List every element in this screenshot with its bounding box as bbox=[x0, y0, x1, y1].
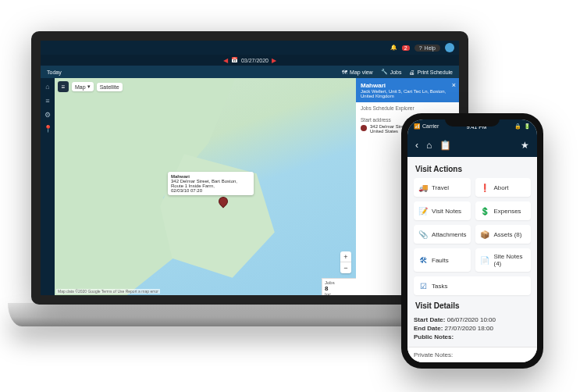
panel-title: Mahwari bbox=[361, 82, 454, 89]
action-expenses-label: Expenses bbox=[493, 208, 521, 215]
action-site-notes[interactable]: 📄 Site Notes (4) bbox=[475, 248, 531, 272]
box-icon: 📦 bbox=[480, 230, 489, 239]
map-menu-icon[interactable]: ≡ bbox=[58, 81, 69, 92]
doc-icon: 📄 bbox=[480, 255, 489, 265]
sidebar-list-icon[interactable]: ≡ bbox=[44, 97, 52, 105]
alert-badge[interactable]: 2 bbox=[402, 45, 410, 51]
star-icon[interactable]: ★ bbox=[521, 140, 529, 151]
date-bar: ◀ 📅 03/27/2020 ▶ bbox=[41, 55, 459, 66]
calendar-icon[interactable]: 📅 bbox=[231, 57, 238, 63]
action-assets-label: Assets (8) bbox=[493, 231, 521, 238]
app-body: ⌂ ≡ ⚙ 📍 ≡ Map ▾ Satellite bbox=[41, 78, 459, 295]
private-notes-label: Private Notes: bbox=[414, 351, 453, 358]
phone-status-bar: 📶 Carrier 9:41 PM 🔒 🔋 bbox=[407, 119, 537, 134]
clipboard-icon[interactable]: 📋 bbox=[439, 140, 451, 151]
action-visitnotes-label: Visit Notes bbox=[432, 208, 461, 215]
map-icon: 🗺 bbox=[342, 69, 347, 75]
map-attribution: Map data ©2020 Google Terms of Use Repor… bbox=[56, 289, 160, 294]
carrier-label: 📶 Carrier bbox=[414, 123, 439, 130]
lock-icon: 🔒 bbox=[514, 123, 521, 130]
help-button[interactable]: ? Help bbox=[414, 45, 440, 52]
phone-nav: ‹ ⌂ 📋 ★ bbox=[407, 134, 537, 157]
expense-icon: 💲 bbox=[480, 206, 489, 216]
sidebar-pin-icon[interactable]: 📍 bbox=[44, 125, 52, 133]
map-layer-controls: ≡ Map ▾ Satellite bbox=[58, 81, 123, 92]
date-next-icon[interactable]: ▶ bbox=[272, 57, 276, 64]
action-faults[interactable]: 🛠 Faults bbox=[414, 248, 471, 272]
map-zoom-control: + − bbox=[340, 251, 351, 273]
today-label: Today bbox=[47, 69, 62, 75]
end-date-value: 27/07/2020 18:00 bbox=[445, 325, 493, 332]
layer-satellite-button[interactable]: Satellite bbox=[97, 83, 123, 91]
layer-map-label: Map bbox=[75, 84, 86, 90]
sidebar-gear-icon[interactable]: ⚙ bbox=[44, 111, 52, 119]
signal-icon: 📶 bbox=[414, 123, 421, 129]
alert-icon: ❗ bbox=[480, 183, 489, 192]
action-abort[interactable]: ❗ Abort bbox=[475, 178, 531, 197]
help-icon: ? bbox=[419, 45, 422, 51]
footer-jobs-sub: Inc bbox=[325, 292, 354, 295]
end-date-label: End Date: bbox=[414, 325, 443, 332]
print-icon: 🖨 bbox=[409, 69, 414, 75]
action-faults-label: Faults bbox=[432, 257, 449, 264]
tools-icon: 🛠 bbox=[418, 255, 428, 265]
action-attachments-label: Attachments bbox=[432, 231, 466, 238]
zoom-in-button[interactable]: + bbox=[340, 251, 351, 262]
action-travel[interactable]: 🚚 Travel bbox=[414, 178, 471, 197]
close-icon[interactable]: × bbox=[452, 81, 456, 89]
action-tasks[interactable]: ☑ Tasks bbox=[414, 276, 531, 295]
left-sidebar: ⌂ ≡ ⚙ 📍 bbox=[41, 78, 55, 295]
panel-section: Jobs Schedule Explorer bbox=[356, 102, 459, 114]
visit-details-title: Visit Details bbox=[415, 301, 531, 310]
action-visit-notes[interactable]: 📝 Visit Notes bbox=[414, 201, 471, 220]
phone-body[interactable]: Visit Actions 🚚 Travel ❗ Abort 📝 Visit N… bbox=[407, 157, 537, 347]
truck-icon: 🚚 bbox=[418, 183, 428, 192]
tab-print-schedule[interactable]: 🖨 Print Schedule bbox=[409, 69, 453, 75]
action-travel-label: Travel bbox=[432, 184, 449, 191]
phone-screen: 📶 Carrier 9:41 PM 🔒 🔋 ‹ ⌂ 📋 ★ Visit Acti… bbox=[407, 119, 537, 362]
avatar[interactable] bbox=[445, 43, 454, 52]
action-assets[interactable]: 📦 Assets (8) bbox=[475, 225, 531, 244]
current-date[interactable]: 03/27/2020 bbox=[241, 58, 269, 63]
map-footer-panel: Jobs 8 Inc bbox=[322, 278, 356, 295]
public-notes-label: Public Notes: bbox=[414, 333, 454, 340]
sidebar-home-icon[interactable]: ⌂ bbox=[44, 83, 52, 91]
back-icon[interactable]: ‹ bbox=[415, 140, 418, 151]
visit-details: Start Date: 06/07/2020 10:00 End Date: 2… bbox=[414, 316, 531, 340]
home-icon[interactable]: ⌂ bbox=[426, 140, 432, 151]
bell-icon[interactable]: 🔔 bbox=[390, 45, 397, 51]
action-attachments[interactable]: 📎 Attachments bbox=[414, 225, 471, 244]
phone-device: 📶 Carrier 9:41 PM 🔒 🔋 ‹ ⌂ 📋 ★ Visit Acti… bbox=[401, 113, 543, 369]
popup-line1: 342 Delmar Street, Bart Boston, Route 1 … bbox=[171, 179, 251, 188]
zoom-out-button[interactable]: − bbox=[340, 262, 351, 273]
view-toolbar: Today 🗺 Map view 🔧 Jobs 🖨 Print Schedule bbox=[41, 66, 459, 78]
panel-section-title: Jobs Schedule Explorer bbox=[361, 105, 454, 111]
layer-map-button[interactable]: Map ▾ bbox=[72, 82, 94, 91]
actions-grid: 🚚 Travel ❗ Abort 📝 Visit Notes 💲 Expense… bbox=[414, 178, 531, 295]
tab-map-view[interactable]: 🗺 Map view bbox=[342, 69, 373, 75]
tab-jobs[interactable]: 🔧 Jobs bbox=[381, 69, 402, 75]
visit-actions-title: Visit Actions bbox=[415, 165, 531, 173]
location-dot-icon bbox=[361, 125, 367, 131]
app-topbar: 🔔 2 ? Help bbox=[41, 41, 459, 55]
battery-icon: 🔋 bbox=[524, 123, 531, 130]
check-icon: ☑ bbox=[418, 281, 428, 290]
panel-subtitle: Jack Wellert, Unit 5, Cart Tec Ln, Bosto… bbox=[361, 89, 454, 98]
map-popup: Mahwari 342 Delmar Street, Bart Boston, … bbox=[168, 172, 254, 195]
action-expenses[interactable]: 💲 Expenses bbox=[475, 201, 531, 220]
date-prev-icon[interactable]: ◀ bbox=[223, 57, 228, 64]
status-time: 9:41 PM bbox=[467, 124, 487, 130]
phone-footer: Private Notes: bbox=[407, 347, 537, 362]
help-label: Help bbox=[425, 45, 436, 51]
note-icon: 📝 bbox=[418, 206, 428, 216]
panel-header: Mahwari Jack Wellert, Unit 5, Cart Tec L… bbox=[356, 78, 459, 102]
action-abort-label: Abort bbox=[493, 184, 508, 191]
footer-jobs-count: 8 bbox=[325, 285, 354, 292]
chevron-down-icon: ▾ bbox=[87, 84, 91, 90]
action-sitenotes-label: Site Notes (4) bbox=[493, 253, 526, 267]
tab-map-label: Map view bbox=[350, 69, 373, 75]
action-tasks-label: Tasks bbox=[432, 283, 447, 290]
map-canvas[interactable]: ≡ Map ▾ Satellite Mahwari 342 Delmar Str… bbox=[55, 78, 356, 295]
tab-jobs-label: Jobs bbox=[390, 69, 402, 75]
start-date-label: Start Date: bbox=[414, 316, 445, 323]
